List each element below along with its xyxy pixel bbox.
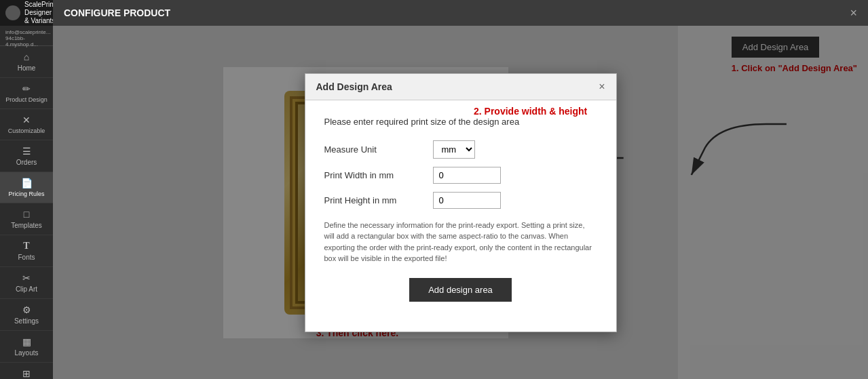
modal-close-button[interactable]: ×: [599, 81, 605, 93]
print-width-input[interactable]: [433, 167, 501, 184]
sidebar-item-label: Clip Art: [16, 285, 37, 293]
layouts-icon: ▦: [22, 336, 31, 347]
sidebar-item-ui-config[interactable]: ⊞ UI Configurati...: [0, 363, 53, 379]
add-design-area-modal: Add Design Area × Please enter required …: [305, 73, 617, 332]
topbar-close-button[interactable]: ×: [850, 6, 857, 20]
sidebar-item-orders[interactable]: ☰ Orders: [0, 140, 53, 172]
sidebar-item-label: Product Design: [5, 96, 48, 103]
content-area: 3. Then click here. Add Design Area 1. C…: [53, 26, 868, 379]
sidebar-item-layouts[interactable]: ▦ Layouts: [0, 331, 53, 363]
top-bar: CONFIGURE PRODUCT ×: [53, 0, 868, 26]
customizable-icon: ✕: [22, 115, 31, 125]
product-design-icon: ✏: [22, 83, 31, 94]
print-width-label: Print Width in mm: [324, 170, 433, 180]
modal-header: Add Design Area ×: [305, 74, 616, 100]
templates-icon: □: [24, 209, 29, 220]
settings-icon: ⚙: [22, 304, 31, 315]
modal-title: Add Design Area: [316, 81, 392, 92]
measure-unit-row: Measure Unit mm inch px: [324, 140, 597, 159]
sidebar-item-label: Templates: [11, 222, 42, 229]
sidebar-logo: ScalePrint Designer & Variants: [0, 0, 53, 26]
home-icon: ⌂: [24, 52, 29, 62]
sidebar-item-label: Home: [18, 64, 36, 72]
sidebar-item-label: Fonts: [18, 254, 35, 261]
print-height-row: Print Height in mm: [324, 192, 597, 209]
sidebar-user: info@scaleprinte... 94c1bb-4.myshop.d...: [0, 26, 53, 46]
modal-submit-button[interactable]: Add design area: [409, 278, 512, 302]
sidebar-item-home[interactable]: ⌂ Home: [0, 46, 53, 78]
sidebar-item-label: Layouts: [14, 349, 38, 357]
pricing-rules-icon: 📄: [21, 178, 33, 188]
sidebar-item-label: Settings: [14, 317, 39, 325]
fonts-icon: T: [23, 241, 29, 252]
modal-description: Please enter required print size of the …: [324, 117, 597, 127]
sidebar-item-templates[interactable]: □ Templates: [0, 203, 53, 235]
sidebar-item-label: Pricing Rules: [8, 191, 44, 197]
clip-art-icon: ✂: [22, 273, 31, 283]
sidebar-item-settings[interactable]: ⚙ Settings: [0, 299, 53, 331]
modal-footer: Add design area: [324, 278, 597, 315]
modal-body: Please enter required print size of the …: [305, 100, 616, 332]
orders-icon: ☰: [22, 146, 31, 157]
ui-config-icon: ⊞: [22, 368, 31, 379]
user-email: info@scaleprinte... 94c1bb-4.myshop.d...: [5, 29, 48, 47]
sidebar-item-fonts[interactable]: T Fonts: [0, 235, 53, 267]
sidebar-item-label: Customizable: [8, 127, 45, 134]
sidebar-item-customizable[interactable]: ✕ Customizable: [0, 109, 53, 140]
sidebar: ScalePrint Designer & Variants info@scal…: [0, 0, 53, 379]
measure-unit-label: Measure Unit: [324, 144, 433, 155]
logo-text: ScalePrint Designer & Variants: [24, 1, 56, 25]
measure-unit-select[interactable]: mm inch px: [433, 140, 475, 159]
sidebar-item-product-design[interactable]: ✏ Product Design: [0, 78, 53, 109]
sidebar-item-label: Orders: [16, 159, 37, 166]
page-title: CONFIGURE PRODUCT: [64, 7, 170, 18]
modal-info-text: Define the necessary information for the…: [324, 220, 597, 264]
logo-icon: [5, 5, 20, 20]
print-height-label: Print Height in mm: [324, 195, 433, 205]
sidebar-item-clip-art[interactable]: ✂ Clip Art: [0, 267, 53, 299]
print-width-row: Print Width in mm: [324, 167, 597, 184]
print-height-input[interactable]: [433, 192, 501, 209]
sidebar-item-pricing-rules[interactable]: 📄 Pricing Rules: [0, 172, 53, 203]
main-area: CONFIGURE PRODUCT × 3. Then click here. …: [53, 0, 868, 379]
